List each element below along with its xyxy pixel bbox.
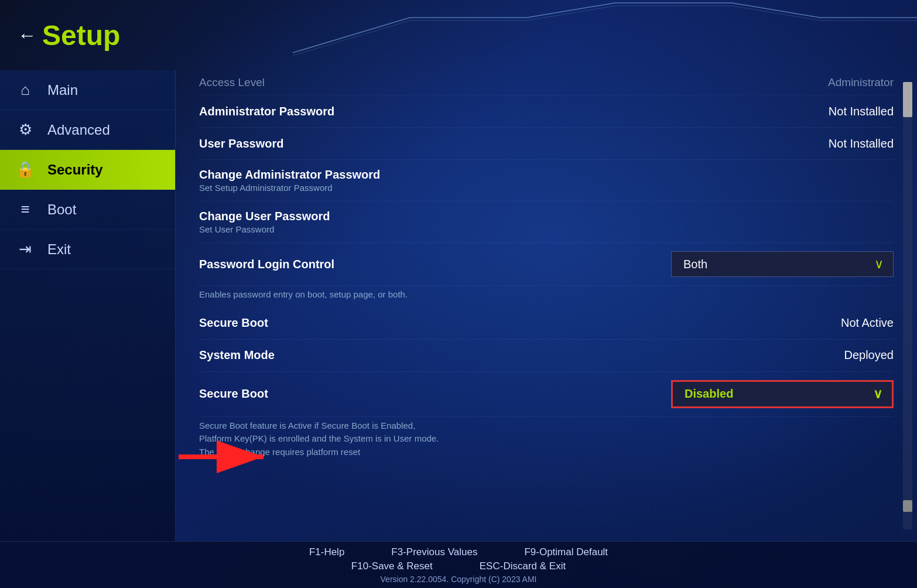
user-password-label: User Password <box>199 137 776 151</box>
f1-key[interactable]: F1-Help <box>309 546 344 558</box>
f10-key[interactable]: F10-Save & Reset <box>351 560 433 572</box>
header-title: ← Setup <box>18 19 120 52</box>
system-mode-value: Deployed <box>776 348 894 362</box>
sidebar-label-exit: Exit <box>47 241 71 258</box>
back-arrow-icon: ← <box>18 25 36 46</box>
sidebar-item-security[interactable]: 🔒 Security <box>0 150 175 190</box>
sidebar: ⌂ Main ⚙ Advanced 🔒 Security ≡ Boot ⇥ Ex… <box>0 70 176 541</box>
change-user-password-row[interactable]: Change User Password Set User Password <box>199 201 894 243</box>
app-title: Setup <box>42 19 120 52</box>
f3-key[interactable]: F3-Previous Values <box>391 546 477 558</box>
secure-boot-status-row: Secure Boot Not Active <box>199 307 894 340</box>
chevron-down-highlighted-icon: ∨ <box>873 387 882 402</box>
system-mode-row: System Mode Deployed <box>199 340 894 372</box>
gear-icon: ⚙ <box>15 121 36 139</box>
footer-keys-row1: F1-Help F3-Previous Values F9-Optimal De… <box>309 546 608 558</box>
footer: F1-Help F3-Previous Values F9-Optimal De… <box>0 541 917 588</box>
access-level-label: Access Level <box>199 76 265 89</box>
scrollbar-thumb-bottom[interactable] <box>903 500 912 512</box>
secure-boot-toggle-value: Disabled <box>685 387 733 401</box>
version-text: Version 2.22.0054. Copyright (C) 2023 AM… <box>381 575 537 584</box>
chevron-down-icon: ∨ <box>874 257 884 272</box>
change-admin-password-sublabel: Set Setup Administrator Password <box>199 183 894 193</box>
change-admin-password-row[interactable]: Change Administrator Password Set Setup … <box>199 160 894 201</box>
red-arrow-indicator <box>179 439 272 474</box>
lock-icon: 🔒 <box>15 160 36 179</box>
admin-password-label: Administrator Password <box>199 105 776 118</box>
admin-password-row: Administrator Password Not Installed <box>199 95 894 128</box>
sidebar-item-main[interactable]: ⌂ Main <box>0 70 175 110</box>
sidebar-label-advanced: Advanced <box>47 122 110 138</box>
password-login-control-dropdown[interactable]: Both ∨ <box>671 251 894 277</box>
footer-keys-row2: F10-Save & Reset ESC-Discard & Exit <box>351 560 566 572</box>
home-icon: ⌂ <box>15 81 36 99</box>
secure-boot-toggle-dropdown[interactable]: Disabled ∨ <box>671 380 894 408</box>
sidebar-label-security: Security <box>47 162 103 178</box>
change-user-password-label: Change User Password <box>199 210 894 223</box>
secure-boot-toggle-row[interactable]: Secure Boot Disabled ∨ <box>199 372 894 417</box>
secure-boot-status-value: Not Active <box>776 316 894 330</box>
scrollbar-thumb-top[interactable] <box>903 82 912 117</box>
sidebar-label-main: Main <box>47 82 78 98</box>
main-layout: ⌂ Main ⚙ Advanced 🔒 Security ≡ Boot ⇥ Ex… <box>0 70 917 541</box>
change-user-password-sublabel: Set User Password <box>199 224 894 234</box>
secure-boot-status-label: Secure Boot <box>199 316 776 330</box>
access-level-row: Access Level Administrator <box>199 70 894 95</box>
access-level-value: Administrator <box>828 76 894 89</box>
password-login-control-row[interactable]: Password Login Control Both ∨ <box>199 243 894 286</box>
user-password-row: User Password Not Installed <box>199 128 894 160</box>
user-password-value: Not Installed <box>776 137 894 151</box>
change-admin-password-label: Change Administrator Password <box>199 168 894 182</box>
password-login-control-value: Both <box>683 258 707 271</box>
esc-key[interactable]: ESC-Discard & Exit <box>480 560 566 572</box>
password-login-description: Enables password entry on boot, setup pa… <box>199 286 894 307</box>
sidebar-item-advanced[interactable]: ⚙ Advanced <box>0 110 175 150</box>
sidebar-label-boot: Boot <box>47 201 76 218</box>
menu-icon: ≡ <box>15 200 36 218</box>
header: ← Setup <box>0 0 917 70</box>
scrollbar-track[interactable] <box>903 82 912 529</box>
sidebar-item-boot[interactable]: ≡ Boot <box>0 190 175 230</box>
sidebar-item-exit[interactable]: ⇥ Exit <box>0 230 175 269</box>
f9-key[interactable]: F9-Optimal Default <box>524 546 608 558</box>
secure-boot-toggle-label: Secure Boot <box>199 387 671 401</box>
system-mode-label: System Mode <box>199 348 776 362</box>
content-area: Access Level Administrator Administrator… <box>176 70 917 541</box>
password-login-control-label: Password Login Control <box>199 258 671 271</box>
admin-password-value: Not Installed <box>776 105 894 118</box>
exit-icon: ⇥ <box>15 240 36 258</box>
secure-boot-description: Secure Boot feature is Active if Secure … <box>199 417 894 465</box>
